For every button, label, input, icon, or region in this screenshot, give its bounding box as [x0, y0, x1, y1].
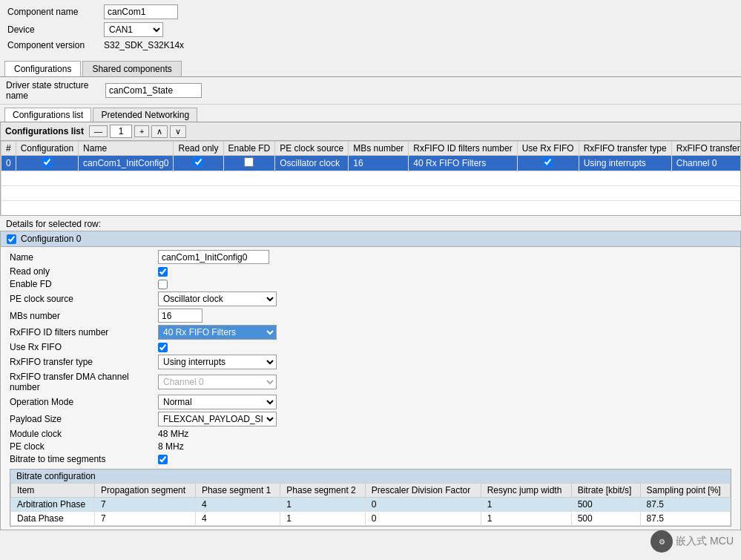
detail-rxfifo-transfer-label: RxFIFO transfer type — [10, 357, 158, 367]
col-rxfifo-id-filters: RxFIFO ID filters number — [409, 142, 517, 156]
watermark-text: 嵌入式 MCU — [676, 535, 734, 548]
use-rx-fifo-checkbox-row[interactable] — [543, 157, 553, 167]
detail-payload-size-select[interactable]: FLEXCAN_PAYLOAD_SIZE_8 FLEXCAN_PAYLOAD_S… — [158, 412, 277, 426]
detail-bitrate-label: Bitrate to time segments — [10, 454, 158, 464]
bitrate-col-prescaler: Prescaler Division Factor — [365, 484, 481, 498]
bitrate-col-phase-seg2: Phase segment 2 — [280, 484, 365, 498]
bitrate-col-bitrate: Bitrate [kbit/s] — [571, 484, 640, 498]
cell-num: 0 — [1, 156, 16, 171]
arb-sampling: 87.5 — [640, 498, 730, 512]
remove-config-btn[interactable]: — — [89, 125, 108, 137]
data-item: Data Phase — [11, 512, 95, 526]
component-name-label: Component name — [7, 7, 104, 17]
move-up-btn[interactable]: ∧ — [151, 125, 168, 138]
arb-bitrate: 500 — [571, 498, 640, 512]
detail-rxfifo-id-label: RxFIFO ID filters number — [10, 327, 158, 337]
detail-use-rx-fifo-label: Use Rx FIFO — [10, 342, 158, 352]
detail-rxfifo-transfer-select[interactable]: Using interrupts Using DMA — [158, 355, 277, 369]
config-count — [110, 125, 132, 138]
cell-name: canCom1_InitConfig0 — [79, 156, 174, 171]
detail-pe-clock-select[interactable]: Oscillator clock System clock Bus clock — [158, 291, 277, 306]
cell-rxfifo-id: 40 Rx FIFO Filters — [409, 156, 517, 171]
detail-enable-fd-label: Enable FD — [10, 279, 158, 289]
detail-payload-size-label: Payload Size — [10, 414, 158, 424]
driver-state-input[interactable] — [105, 83, 202, 98]
bitrate-col-prop-seg: Propagation segment — [95, 484, 196, 498]
details-config-label: Configuration 0 — [21, 234, 81, 244]
cell-enable-fd — [223, 156, 275, 171]
detail-rxfifo-dma-select[interactable]: Channel 0 Channel 1 — [158, 375, 277, 389]
col-rxfifo-transfer-type: RxFIFO transfer type — [579, 142, 671, 156]
detail-operation-mode-select[interactable]: Normal Loopback Listen Only — [158, 395, 277, 409]
col-mbs-number: MBs number — [349, 142, 409, 156]
move-down-btn[interactable]: ∨ — [170, 125, 186, 138]
cell-configuration — [16, 156, 78, 171]
detail-enable-fd-checkbox[interactable] — [158, 280, 168, 289]
detail-read-only-label: Read only — [10, 266, 158, 277]
cell-read-only — [174, 156, 223, 171]
device-label: Device — [7, 24, 104, 35]
detail-mbs-label: MBs number — [10, 311, 158, 321]
col-enable-fd: Enable FD — [223, 142, 275, 156]
col-use-rx-fifo: Use Rx FIFO — [517, 142, 579, 156]
configs-list-label: Configurations list — [5, 126, 84, 136]
device-select[interactable]: CAN1 — [104, 22, 163, 37]
arb-item: Arbitration Phase — [11, 498, 95, 512]
cell-rxfifo-dma: Channel 0 — [671, 156, 740, 171]
config-table: # Configuration Name Read only Enable FD… — [1, 141, 740, 215]
detail-pe-clock-val-value: 8 MHz — [158, 441, 184, 452]
data-resync: 1 — [481, 512, 571, 526]
bitrate-section: Bitrate configuration Item Propagation s… — [10, 469, 731, 527]
enable-fd-checkbox-row[interactable] — [244, 157, 254, 167]
tab-shared-components[interactable]: Shared components — [82, 61, 181, 76]
data-prescaler: 0 — [365, 512, 481, 526]
bitrate-col-resync: Resync jump width — [481, 484, 571, 498]
config0-enabled-checkbox[interactable] — [7, 234, 16, 244]
data-prop-seg: 7 — [95, 512, 196, 526]
detail-module-clock-value: 48 MHz — [158, 429, 188, 439]
add-config-btn[interactable]: + — [134, 125, 149, 137]
table-row[interactable]: 0 canCom1_InitConfig0 Oscillator clock 1… — [1, 156, 741, 171]
arb-phase-seg2: 1 — [280, 498, 365, 512]
col-configuration: Configuration — [16, 142, 78, 156]
detail-mbs-input[interactable] — [158, 309, 202, 323]
col-pe-clock-source: PE clock source — [275, 142, 349, 156]
detail-pe-clock-label: PE clock source — [10, 294, 158, 304]
tab-configurations[interactable]: Configurations — [4, 61, 81, 76]
col-rxfifo-dma-ch: RxFIFO transfer DMA ch... — [671, 142, 740, 156]
col-read-only: Read only — [174, 142, 223, 156]
watermark: ⚙ 嵌入式 MCU — [651, 530, 734, 553]
col-name: Name — [79, 142, 174, 156]
bitrate-col-item: Item — [11, 484, 95, 498]
arb-prop-seg: 7 — [95, 498, 196, 512]
arb-prescaler: 0 — [365, 498, 481, 512]
read-only-checkbox-row[interactable] — [194, 157, 203, 167]
detail-read-only-checkbox[interactable] — [158, 267, 168, 277]
detail-bitrate-checkbox[interactable] — [158, 455, 168, 464]
details-header-label: Details for selected row: — [0, 216, 741, 231]
detail-use-rx-fifo-checkbox[interactable] — [158, 343, 168, 352]
detail-name-label: Name — [10, 252, 158, 263]
data-phase-seg1: 4 — [195, 512, 280, 526]
cell-pe-clock: Oscillator clock — [275, 156, 349, 171]
watermark-icon: ⚙ — [651, 530, 673, 553]
arb-resync: 1 — [481, 498, 571, 512]
bitrate-row-arbitration[interactable]: Arbitration Phase 7 4 1 0 1 500 87.5 — [11, 498, 731, 512]
tab-pretended-networking[interactable]: Pretended Networking — [93, 108, 197, 122]
detail-rxfifo-id-select[interactable]: 40 Rx FIFO Filters 32 Rx FIFO Filters 24… — [158, 325, 277, 340]
cell-mbs: 16 — [349, 156, 409, 171]
driver-state-label: Driver state structure name — [6, 80, 102, 101]
bitrate-row-data[interactable]: Data Phase 7 4 1 0 1 500 87.5 — [11, 512, 731, 526]
data-sampling: 87.5 — [640, 512, 730, 526]
component-name-input[interactable] — [104, 4, 178, 19]
bitrate-col-sampling: Sampling point [%] — [640, 484, 730, 498]
config-checkbox[interactable] — [42, 157, 52, 167]
bitrate-table: Item Propagation segment Phase segment 1… — [10, 483, 731, 526]
component-version-label: Component version — [7, 40, 104, 50]
tab-configurations-list[interactable]: Configurations list — [4, 108, 91, 122]
cell-rxfifo-transfer: Using interrupts — [579, 156, 671, 171]
arb-phase-seg1: 4 — [195, 498, 280, 512]
detail-name-input[interactable] — [158, 250, 269, 264]
col-num: # — [1, 142, 16, 156]
cell-use-rx-fifo — [517, 156, 579, 171]
